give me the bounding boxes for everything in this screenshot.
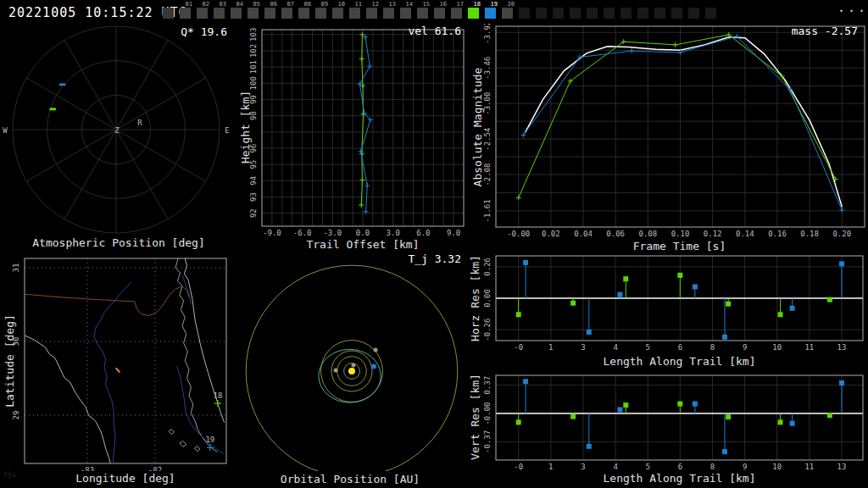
frame-square-05[interactable]: 05 bbox=[248, 8, 259, 19]
x-tick-label: 3.0 bbox=[387, 229, 400, 237]
island-3 bbox=[194, 446, 199, 452]
river-west bbox=[94, 281, 131, 463]
frame-square-slot-28[interactable] bbox=[637, 8, 648, 19]
stem-marker-blue bbox=[617, 408, 622, 413]
y-tick-label: -1.61 bbox=[483, 199, 492, 222]
venus-body bbox=[334, 369, 338, 373]
site-18-label: 18 bbox=[214, 391, 223, 400]
polar-spoke bbox=[26, 130, 116, 181]
frame-square-slot-25[interactable] bbox=[587, 8, 598, 19]
frame-square-06[interactable]: 06 bbox=[264, 8, 275, 19]
x-tick-label: 9.0 bbox=[447, 229, 460, 237]
frame-square-08[interactable]: 08 bbox=[298, 8, 309, 19]
frame-square-slot-24[interactable] bbox=[570, 8, 581, 19]
frame-square-03[interactable]: 03 bbox=[214, 8, 225, 19]
frame-square-slot-27[interactable] bbox=[620, 8, 632, 19]
polar-spoke bbox=[26, 78, 116, 130]
more-frames-button[interactable]: ... bbox=[837, 0, 868, 15]
compass-w: W bbox=[3, 126, 8, 135]
frame-label: 14 bbox=[406, 2, 413, 8]
trail-offset-plot: -9.0-6.0-3.00.03.06.09.09293949596989910… bbox=[237, 24, 466, 237]
trail-xlabel: Trail Offset [km] bbox=[254, 238, 471, 251]
frame-square-slot-26[interactable] bbox=[604, 8, 615, 19]
stem-marker-blue bbox=[523, 260, 528, 265]
frame-square-10[interactable]: 10 bbox=[332, 8, 343, 19]
y-tick-label: -0.37 bbox=[483, 430, 492, 453]
frame-square-16[interactable]: 16 bbox=[434, 8, 445, 19]
frame-square-slot-29[interactable] bbox=[654, 8, 665, 19]
frame-square-17[interactable]: 17 bbox=[451, 8, 462, 19]
frame-square-slot-31[interactable] bbox=[688, 8, 699, 19]
x-tick-label: -82 bbox=[148, 466, 162, 471]
mag-ylabel: Absolute Magnitude bbox=[471, 68, 484, 187]
stem-marker-green bbox=[623, 402, 628, 408]
frame-label: 15 bbox=[423, 2, 430, 8]
x-tick-label: 5 bbox=[646, 463, 650, 471]
frame-square-15[interactable]: 15 bbox=[417, 8, 428, 19]
x-tick-label: 4 bbox=[613, 463, 617, 471]
x-tick-label: 0.16 bbox=[768, 230, 787, 238]
x-tick-label: 5 bbox=[646, 343, 650, 352]
plus-marker bbox=[516, 195, 521, 200]
x-tick-label: 0.10 bbox=[671, 230, 690, 238]
x-tick-label: 9 bbox=[743, 463, 747, 471]
site-19-label: 19 bbox=[205, 435, 214, 444]
frame-label: 03 bbox=[220, 2, 226, 8]
frame-label: 11 bbox=[355, 2, 362, 8]
y-tick-label: -3.92 bbox=[483, 24, 492, 44]
frame-square-13[interactable]: 13 bbox=[383, 8, 394, 19]
frame-square-19[interactable]: 19 bbox=[485, 8, 496, 19]
frame-square-slot-30[interactable] bbox=[671, 8, 682, 19]
x-tick-label: 9 bbox=[743, 343, 747, 352]
frame-square-11[interactable]: 11 bbox=[349, 8, 360, 19]
x-tick-label: 13 bbox=[837, 463, 847, 471]
frame-square-01[interactable]: 01 bbox=[180, 8, 191, 19]
horz-residuals-plot: -01345689101113-0.260.000.26 bbox=[466, 250, 868, 354]
trail-ylabel: Height [km] bbox=[239, 91, 252, 164]
frame-square-20[interactable]: 20 bbox=[502, 8, 513, 19]
stem-marker-blue bbox=[693, 284, 698, 289]
frame-label: 02 bbox=[203, 2, 209, 8]
frame-label: 16 bbox=[440, 2, 447, 8]
y-tick-label: 0.00 bbox=[483, 289, 492, 308]
frame-square-slot-21[interactable] bbox=[519, 8, 530, 19]
y-tick-label: -2.54 bbox=[483, 128, 492, 151]
series-fit bbox=[525, 37, 842, 208]
frame-square-18[interactable]: 18 bbox=[468, 8, 479, 19]
frame-label: 12 bbox=[372, 2, 379, 8]
polar-spoke bbox=[116, 40, 168, 130]
frame-square-slot-22[interactable] bbox=[536, 8, 547, 19]
stem-marker-green bbox=[677, 402, 682, 407]
plus-marker bbox=[359, 57, 364, 62]
frame-square-slot-0[interactable] bbox=[163, 8, 174, 19]
plus-marker bbox=[364, 183, 370, 188]
y-tick-label: 29 bbox=[12, 411, 20, 420]
x-tick-label: 1 bbox=[548, 343, 553, 352]
compass-e: E bbox=[225, 126, 229, 135]
meteor-frame-19-marker bbox=[59, 83, 66, 86]
x-tick-label: 8 bbox=[710, 463, 715, 471]
frame-square-14[interactable]: 14 bbox=[400, 8, 411, 19]
x-tick-label: 13 bbox=[837, 343, 847, 352]
frame-square-12[interactable]: 12 bbox=[366, 8, 377, 19]
x-tick-label: 0.04 bbox=[574, 230, 593, 238]
plus-marker bbox=[367, 64, 372, 69]
frame-square-02[interactable]: 02 bbox=[197, 8, 208, 19]
gulf-coast bbox=[25, 336, 110, 463]
stem-marker-green bbox=[570, 414, 576, 419]
x-tick-label: 1 bbox=[548, 463, 553, 471]
frame-square-07[interactable]: 07 bbox=[281, 8, 292, 19]
frame-square-09[interactable]: 09 bbox=[315, 8, 326, 19]
plus-marker bbox=[673, 42, 678, 47]
x-tick-label: 11 bbox=[804, 343, 814, 352]
frame-square-04[interactable]: 04 bbox=[231, 8, 242, 19]
stem-marker-green bbox=[516, 312, 521, 317]
plus-marker bbox=[839, 208, 844, 213]
x-tick-label: -3.0 bbox=[323, 229, 342, 237]
plus-marker bbox=[629, 48, 634, 53]
site-19-marker bbox=[207, 444, 214, 451]
frame-square-slot-32[interactable] bbox=[705, 8, 716, 19]
island-1 bbox=[169, 430, 174, 435]
frame-label: 08 bbox=[304, 2, 311, 8]
frame-square-slot-23[interactable] bbox=[553, 8, 564, 19]
